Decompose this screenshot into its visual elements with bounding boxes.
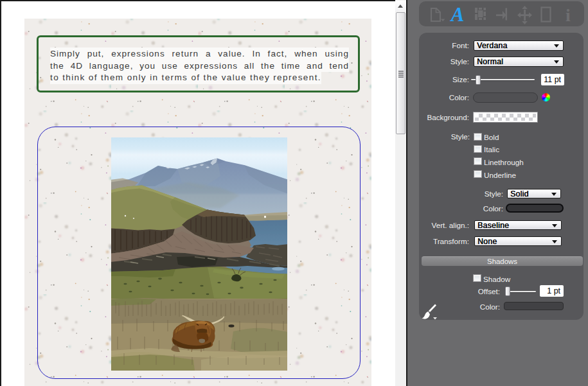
svg-text:i: i (566, 5, 571, 25)
svg-text:A: A (450, 3, 465, 26)
